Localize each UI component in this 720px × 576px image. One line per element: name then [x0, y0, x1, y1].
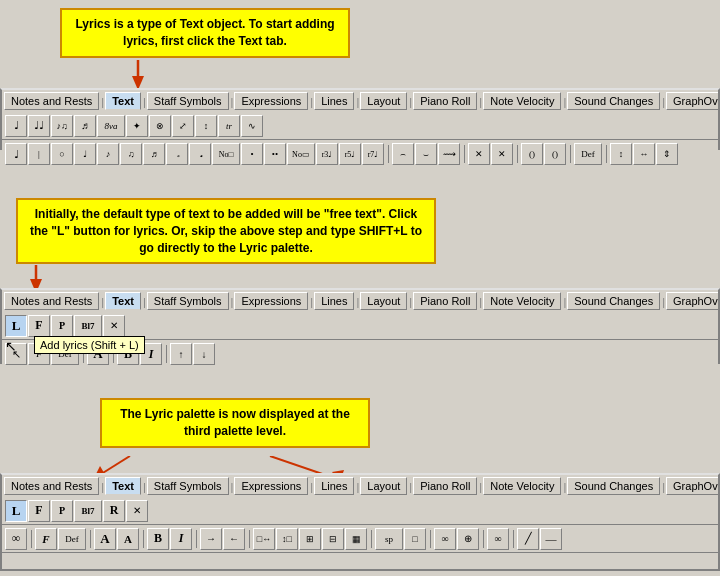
btn-x-3[interactable]: ✕	[126, 500, 148, 522]
tab-text-3[interactable]: Text	[105, 477, 141, 495]
btn-grid3-3[interactable]: ▦	[345, 528, 367, 550]
tab-staff-symbols-2[interactable]: Staff Symbols	[147, 292, 229, 310]
tab-note-velocity-1[interactable]: Note Velocity	[483, 92, 561, 110]
tab-lines-2[interactable]: Lines	[314, 292, 354, 310]
tab-graphovernotes-1[interactable]: GraphOverNotes™	[666, 92, 718, 110]
btn-r11[interactable]: r5♩	[339, 143, 361, 165]
tab-layout-3[interactable]: Layout	[360, 477, 407, 495]
tab-layout-2[interactable]: Layout	[360, 292, 407, 310]
btn-arrow-l-3[interactable]: ←	[223, 528, 245, 550]
btn-F-3[interactable]: F	[28, 500, 50, 522]
btn-r9[interactable]: 𝅘	[189, 143, 211, 165]
btn-bl7-2[interactable]: Bl7	[74, 315, 102, 337]
btn-r6[interactable]: ♫	[120, 143, 142, 165]
btn-A-small-3[interactable]: A	[117, 528, 139, 550]
btn-tie[interactable]: ⌢	[392, 143, 414, 165]
btn-infinity-3[interactable]: ∞	[5, 528, 27, 550]
tab-lines-1[interactable]: Lines	[314, 92, 354, 110]
btn-m8[interactable]: ↕	[195, 115, 217, 137]
btn-def-3[interactable]: Def	[58, 528, 86, 550]
btn-arrow1[interactable]: ↕	[610, 143, 632, 165]
btn-bl7-3[interactable]: Bl7	[74, 500, 102, 522]
btn-music2[interactable]: ♩♩	[28, 115, 50, 137]
btn-r5[interactable]: ♪	[97, 143, 119, 165]
tab-expressions-1[interactable]: Expressions	[234, 92, 308, 110]
tab-note-velocity-2[interactable]: Note Velocity	[483, 292, 561, 310]
btn-arrow-r-3[interactable]: →	[200, 528, 222, 550]
btn-music3[interactable]: ♪♫	[51, 115, 73, 137]
btn-sp2-3[interactable]: □	[404, 528, 426, 550]
btn-r3[interactable]: ○	[51, 143, 73, 165]
tab-piano-roll-2[interactable]: Piano Roll	[413, 292, 477, 310]
btn-diagonal-3[interactable]: ╱	[517, 528, 539, 550]
btn-slur[interactable]: ⌣	[415, 143, 437, 165]
tab-graphovernotes-2[interactable]: GraphOverNotes™	[666, 292, 718, 310]
btn-dot2[interactable]: ••	[264, 143, 286, 165]
tab-sound-changes-2[interactable]: Sound Changes	[567, 292, 660, 310]
btn-line-3[interactable]: —	[540, 528, 562, 550]
btn-m5[interactable]: ✦	[126, 115, 148, 137]
tab-notes-rests-1[interactable]: Notes and Rests	[4, 92, 99, 110]
btn-r10[interactable]: r3♩	[316, 143, 338, 165]
btn-gliss[interactable]: ⟿	[438, 143, 460, 165]
btn-r7[interactable]: ♬	[143, 143, 165, 165]
btn-par1[interactable]: ()	[521, 143, 543, 165]
btn-r2[interactable]: |	[28, 143, 50, 165]
btn-arrow3[interactable]: ⇕	[656, 143, 678, 165]
btn-r8[interactable]: 𝅗	[166, 143, 188, 165]
btn-bold-3[interactable]: B	[147, 528, 169, 550]
btn-m9[interactable]: ∿	[241, 115, 263, 137]
btn-grid2-3[interactable]: ⊟	[322, 528, 344, 550]
btn-m7[interactable]: ⤢	[172, 115, 194, 137]
btn-r4[interactable]: ♩	[74, 143, 96, 165]
btn-link1-3[interactable]: ∞	[434, 528, 456, 550]
btn-grid1-3[interactable]: ⊞	[299, 528, 321, 550]
btn-x-2[interactable]: ✕	[103, 315, 125, 337]
btn-def[interactable]: Def	[574, 143, 602, 165]
btn-music4[interactable]: ♬	[74, 115, 96, 137]
btn-tr[interactable]: tr	[218, 115, 240, 137]
tab-text-1[interactable]: Text	[105, 92, 141, 110]
btn-P-3[interactable]: P	[51, 500, 73, 522]
btn-m6[interactable]: ⊗	[149, 115, 171, 137]
tab-note-velocity-3[interactable]: Note Velocity	[483, 477, 561, 495]
btn-link2-3[interactable]: ⊕	[457, 528, 479, 550]
tab-lines-3[interactable]: Lines	[314, 477, 354, 495]
tab-staff-symbols-3[interactable]: Staff Symbols	[147, 477, 229, 495]
tab-graphovernotes-3[interactable]: GraphOverNotes™	[666, 477, 718, 495]
tab-notes-rests-2[interactable]: Notes and Rests	[4, 292, 99, 310]
tab-staff-symbols-1[interactable]: Staff Symbols	[147, 92, 229, 110]
tab-piano-roll-3[interactable]: Piano Roll	[413, 477, 477, 495]
btn-up-2[interactable]: ↑	[170, 343, 192, 365]
btn-no[interactable]: No□	[212, 143, 240, 165]
btn-R-3[interactable]: R	[103, 500, 125, 522]
tab-layout-1[interactable]: Layout	[360, 92, 407, 110]
tab-notes-rests-3[interactable]: Notes and Rests	[4, 477, 99, 495]
btn-8va[interactable]: 8va	[97, 115, 125, 137]
btn-r1[interactable]: ♩	[5, 143, 27, 165]
btn-x2[interactable]: ✕	[491, 143, 513, 165]
btn-P-2[interactable]: P	[51, 315, 73, 337]
btn-L-2[interactable]: L	[5, 315, 27, 337]
btn-down-2[interactable]: ↓	[193, 343, 215, 365]
btn-x1[interactable]: ✕	[468, 143, 490, 165]
tab-sound-changes-1[interactable]: Sound Changes	[567, 92, 660, 110]
btn-A-3[interactable]: A	[94, 528, 116, 550]
btn-sp-3[interactable]: sp	[375, 528, 403, 550]
btn-sq2-3[interactable]: ↕□	[276, 528, 298, 550]
tab-text-2[interactable]: Text	[105, 292, 141, 310]
btn-par2[interactable]: ()	[544, 143, 566, 165]
btn-arrow2[interactable]: ↔	[633, 143, 655, 165]
btn-link3-3[interactable]: ∞	[487, 528, 509, 550]
btn-r12[interactable]: r7♩	[362, 143, 384, 165]
btn-italic-3[interactable]: I	[170, 528, 192, 550]
tab-piano-roll-1[interactable]: Piano Roll	[413, 92, 477, 110]
btn-L-3[interactable]: L	[5, 500, 27, 522]
btn-sq1-3[interactable]: □↔	[253, 528, 275, 550]
btn-italic-F-3[interactable]: F	[35, 528, 57, 550]
tab-expressions-2[interactable]: Expressions	[234, 292, 308, 310]
btn-music1[interactable]: ♩	[5, 115, 27, 137]
btn-F-2[interactable]: F	[28, 315, 50, 337]
btn-no2[interactable]: No▭	[287, 143, 315, 165]
btn-dot1[interactable]: •	[241, 143, 263, 165]
